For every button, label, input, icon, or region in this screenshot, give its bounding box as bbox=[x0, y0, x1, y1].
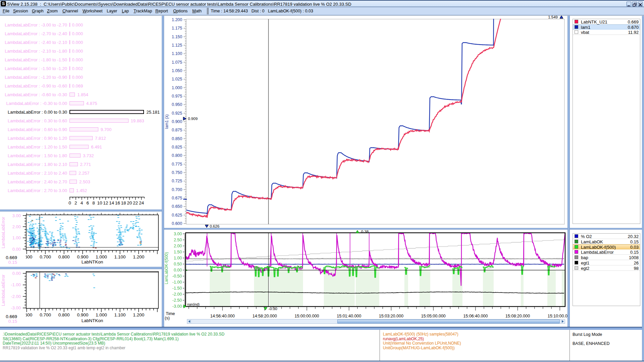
svg-text:-3.00: -3.00 bbox=[172, 304, 182, 309]
svg-text:0.800: 0.800 bbox=[172, 153, 182, 158]
svg-text:-2.50: -2.50 bbox=[172, 298, 182, 303]
svg-text:-3.00: -3.00 bbox=[11, 305, 21, 310]
svg-text:15:10:00.000: 15:10:00.000 bbox=[548, 314, 567, 318]
svg-text:16: 16 bbox=[115, 200, 120, 205]
svg-text:0.825: 0.825 bbox=[172, 145, 182, 149]
svg-text:15:05:00.000: 15:05:00.000 bbox=[421, 314, 446, 318]
svg-text:24: 24 bbox=[139, 200, 144, 205]
svg-text:1.00: 1.00 bbox=[174, 256, 182, 260]
svg-text:-0.50: -0.50 bbox=[172, 274, 182, 279]
svg-text:1.175: 1.175 bbox=[172, 26, 182, 31]
svg-text:1.100: 1.100 bbox=[114, 312, 126, 317]
svg-text:0.700: 0.700 bbox=[172, 187, 182, 192]
svg-text:-1.00: -1.00 bbox=[172, 280, 182, 285]
svg-text:0.600: 0.600 bbox=[21, 254, 33, 259]
svg-text:0.600: 0.600 bbox=[172, 221, 182, 226]
svg-text:12: 12 bbox=[103, 200, 108, 205]
svg-text:1.050: 1.050 bbox=[172, 68, 182, 73]
svg-text:15:08:20.000: 15:08:20.000 bbox=[505, 314, 530, 318]
svg-text:LambdaLabError: LambdaLabError bbox=[1, 275, 6, 306]
svg-text:0.15: 0.15 bbox=[8, 260, 17, 265]
svg-text:0.800: 0.800 bbox=[58, 312, 70, 317]
svg-text:2: 2 bbox=[75, 200, 77, 205]
svg-text:0.38: 0.38 bbox=[361, 230, 368, 234]
svg-text:-1.50: -1.50 bbox=[172, 286, 182, 291]
svg-text:1.200: 1.200 bbox=[133, 254, 144, 259]
svg-text:20: 20 bbox=[127, 200, 132, 205]
svg-text:14: 14 bbox=[109, 200, 114, 205]
svg-text:0.725: 0.725 bbox=[172, 179, 182, 183]
svg-text:1.100: 1.100 bbox=[114, 254, 126, 259]
svg-text:0.900: 0.900 bbox=[77, 254, 88, 259]
svg-text:15:00:00.000: 15:00:00.000 bbox=[295, 314, 319, 318]
svg-text:0.700: 0.700 bbox=[40, 254, 51, 259]
svg-text:1.125: 1.125 bbox=[172, 43, 182, 48]
svg-text:0.00: 0.00 bbox=[12, 271, 21, 276]
svg-text:1.150: 1.150 bbox=[172, 35, 182, 39]
svg-text:15:01:40.000: 15:01:40.000 bbox=[337, 314, 361, 318]
svg-text:0: 0 bbox=[68, 200, 71, 205]
svg-text:1.00: 1.00 bbox=[12, 235, 21, 240]
svg-text:1.549: 1.549 bbox=[548, 16, 558, 19]
svg-text:-2.00: -2.00 bbox=[11, 294, 21, 299]
svg-text:1.000: 1.000 bbox=[96, 312, 107, 317]
svg-text:0.669: 0.669 bbox=[6, 314, 17, 319]
svg-text:0.775: 0.775 bbox=[172, 162, 182, 167]
svg-text:6: 6 bbox=[87, 200, 89, 205]
svg-text:0.750: 0.750 bbox=[172, 170, 182, 175]
svg-text:10: 10 bbox=[97, 200, 102, 205]
svg-text:2.00: 2.00 bbox=[174, 244, 182, 248]
svg-text:0.626: 0.626 bbox=[210, 224, 219, 228]
svg-text:0.700: 0.700 bbox=[40, 312, 51, 317]
svg-text:0.650: 0.650 bbox=[172, 204, 182, 209]
svg-text:-0.30: -0.30 bbox=[268, 307, 277, 311]
svg-text:22: 22 bbox=[133, 200, 138, 205]
svg-text:0.50: 0.50 bbox=[174, 262, 182, 266]
svg-text:0.900: 0.900 bbox=[77, 312, 88, 317]
svg-text:15:06:40.000: 15:06:40.000 bbox=[463, 314, 488, 318]
svg-text:18: 18 bbox=[121, 200, 126, 205]
svg-text:0.675: 0.675 bbox=[172, 196, 182, 200]
svg-text:1.200: 1.200 bbox=[172, 17, 182, 22]
svg-text:0.669: 0.669 bbox=[6, 255, 17, 260]
svg-text:0.975: 0.975 bbox=[172, 94, 182, 99]
svg-text:1.075: 1.075 bbox=[172, 60, 182, 65]
svg-text:LabNTKon: LabNTKon bbox=[82, 318, 103, 323]
svg-text:lam1 (λ): lam1 (λ) bbox=[164, 114, 169, 129]
svg-text:3.00: 3.00 bbox=[12, 213, 21, 218]
svg-text:4: 4 bbox=[81, 200, 83, 205]
svg-text:0.00: 0.00 bbox=[12, 247, 21, 252]
svg-text:-1.00: -1.00 bbox=[11, 282, 21, 287]
svg-text:1.50: 1.50 bbox=[174, 250, 182, 254]
svg-text:14:56:40.000: 14:56:40.000 bbox=[210, 314, 235, 318]
svg-text:LabNTKon: LabNTKon bbox=[82, 259, 103, 264]
svg-text:15:03:20.000: 15:03:20.000 bbox=[379, 314, 403, 318]
svg-text:0.909: 0.909 bbox=[188, 117, 198, 121]
svg-text:LambdaLabError: LambdaLabError bbox=[1, 217, 6, 248]
svg-text:0.625: 0.625 bbox=[172, 213, 182, 218]
svg-text:2.50: 2.50 bbox=[174, 238, 182, 242]
svg-text:nan(ind): nan(ind) bbox=[187, 303, 200, 306]
svg-text:1.000: 1.000 bbox=[172, 85, 182, 90]
svg-text:0.900: 0.900 bbox=[172, 119, 182, 124]
svg-text:0.600: 0.600 bbox=[21, 312, 33, 317]
svg-text:0.00: 0.00 bbox=[174, 268, 182, 273]
svg-text:14:58:20.000: 14:58:20.000 bbox=[252, 314, 277, 318]
svg-text:1.025: 1.025 bbox=[172, 77, 182, 81]
svg-text:0.950: 0.950 bbox=[172, 102, 182, 107]
svg-text:1.100: 1.100 bbox=[172, 51, 182, 56]
svg-text:0.850: 0.850 bbox=[172, 136, 182, 141]
svg-text:3.00: 3.00 bbox=[174, 232, 182, 236]
svg-text:2.00: 2.00 bbox=[12, 224, 21, 229]
svg-text:LamLabOK-f(500): LamLabOK-f(500) bbox=[164, 252, 169, 284]
svg-text:0.800: 0.800 bbox=[58, 254, 70, 259]
svg-text:0.925: 0.925 bbox=[172, 111, 182, 116]
svg-text:0.15: 0.15 bbox=[8, 319, 17, 324]
svg-text:-2.00: -2.00 bbox=[172, 292, 182, 297]
svg-text:1.000: 1.000 bbox=[96, 254, 107, 259]
svg-text:1.200: 1.200 bbox=[133, 312, 144, 317]
svg-text:0.875: 0.875 bbox=[172, 128, 182, 132]
svg-text:8: 8 bbox=[92, 200, 95, 205]
